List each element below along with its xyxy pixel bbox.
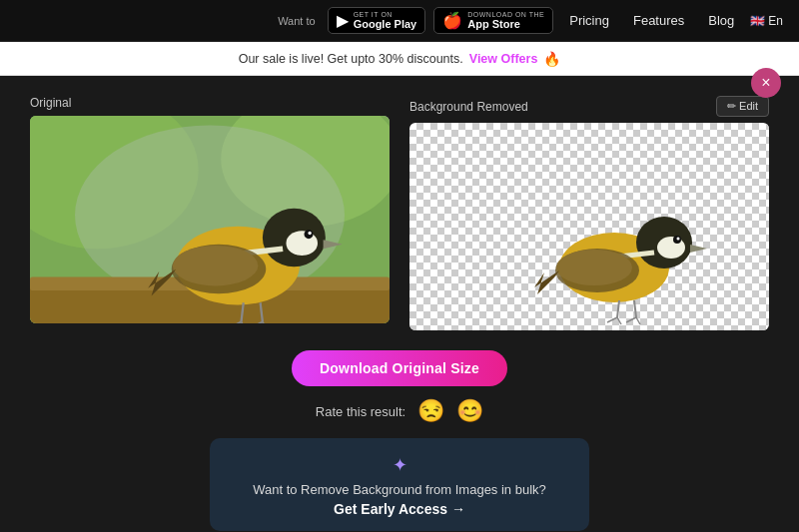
flag-icon: 🇬🇧: [750, 14, 765, 28]
google-play-main-label: Google Play: [354, 18, 417, 30]
app-store-sub-label: Download on the: [467, 11, 544, 18]
features-link[interactable]: Features: [625, 13, 692, 28]
download-button[interactable]: Download Original Size: [292, 350, 507, 386]
image-panels: Original: [30, 96, 769, 330]
rating-row: Rate this result: 😒 😊: [316, 400, 483, 422]
svg-marker-29: [690, 245, 707, 253]
original-bird-svg: [30, 116, 390, 323]
edit-button[interactable]: ✏ Edit: [716, 96, 769, 117]
happy-rating-button[interactable]: 😊: [456, 400, 483, 422]
sad-rating-button[interactable]: 😒: [417, 400, 444, 422]
bulk-cta-link[interactable]: Get Early Access →: [234, 501, 565, 517]
pricing-link[interactable]: Pricing: [561, 13, 617, 28]
navbar-want-text: Want to: [278, 15, 316, 27]
original-image-box: [30, 116, 390, 323]
svg-point-11: [173, 246, 259, 286]
language-selector[interactable]: 🇬🇧 En: [750, 14, 783, 28]
svg-line-33: [634, 300, 636, 317]
google-play-sub-label: GET IT ON: [354, 11, 417, 18]
removed-bird-svg: [409, 123, 769, 330]
original-panel: Original: [30, 96, 390, 330]
bulk-card: ✦ Want to Remove Background from Images …: [210, 438, 589, 531]
google-play-icon: ▶: [337, 13, 349, 29]
promo-text: Our sale is live! Get upto 30% discounts…: [239, 52, 463, 66]
bulk-icon: ✦: [234, 454, 565, 476]
lang-code: En: [768, 14, 783, 28]
navbar: Want to ▶ GET IT ON Google Play 🍎 Downlo…: [0, 0, 799, 42]
original-label: Original: [30, 96, 390, 110]
svg-point-31: [677, 238, 680, 241]
svg-line-36: [626, 317, 636, 322]
google-play-button[interactable]: ▶ GET IT ON Google Play: [328, 7, 426, 34]
blog-link[interactable]: Blog: [700, 13, 742, 28]
close-icon: ×: [761, 75, 770, 91]
app-store-main-label: App Store: [467, 18, 544, 30]
promo-emoji: 🔥: [543, 51, 560, 67]
rating-label: Rate this result:: [316, 404, 405, 419]
bulk-title: Want to Remove Background from Images in…: [234, 482, 565, 497]
svg-line-35: [617, 317, 621, 324]
svg-line-32: [617, 300, 619, 317]
view-offers-link[interactable]: View Offers: [469, 52, 538, 66]
download-section: Download Original Size Rate this result:…: [30, 350, 769, 422]
removed-label: Background Removed ✏ Edit: [409, 96, 769, 117]
svg-point-15: [308, 232, 311, 235]
promo-banner: Our sale is live! Get upto 30% discounts…: [0, 42, 799, 76]
removed-bg-image: [409, 123, 769, 330]
removed-panel: Background Removed ✏ Edit: [409, 96, 769, 330]
svg-line-37: [636, 317, 640, 324]
apple-icon: 🍎: [442, 13, 462, 29]
svg-marker-28: [534, 270, 559, 294]
app-store-button[interactable]: 🍎 Download on the App Store: [433, 7, 553, 34]
original-image: [30, 116, 390, 323]
svg-point-27: [556, 250, 632, 285]
close-button[interactable]: ×: [751, 68, 781, 98]
removed-image-box: [409, 123, 769, 330]
main-content: Original: [0, 76, 799, 532]
svg-line-34: [607, 317, 617, 322]
